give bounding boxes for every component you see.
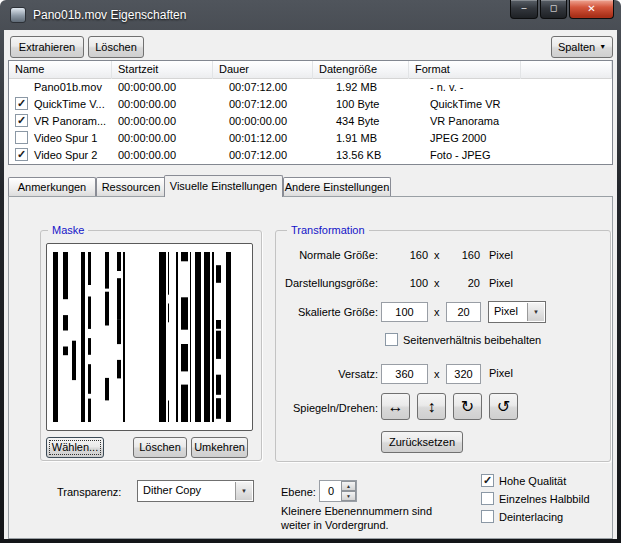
- track-format: QuickTime VR: [409, 96, 521, 113]
- dialog-body: Extrahieren Löschen Spalten▼ Name Startz…: [4, 30, 617, 539]
- track-duration: 00:00:00.00: [213, 113, 313, 130]
- mask-delete-button[interactable]: Löschen: [133, 437, 187, 458]
- track-checkbox[interactable]: ✓: [15, 148, 28, 161]
- column-header-dauer[interactable]: Dauer: [213, 61, 313, 79]
- track-size: 1.92 MB: [313, 79, 409, 96]
- track-format: - n. v. -: [409, 79, 521, 96]
- column-header-format[interactable]: Format: [409, 61, 521, 79]
- column-header-filler: [521, 61, 612, 79]
- layer-hint: Kleinere Ebenennummern sind weiter in Vo…: [281, 504, 449, 532]
- mask-invert-button[interactable]: Umkehren: [191, 437, 248, 458]
- mask-choose-button[interactable]: Wählen...: [46, 437, 104, 458]
- table-row[interactable]: Video Spur 1 00:00:00.00 00:01:12.00 1.9…: [9, 130, 612, 147]
- high-quality-label: Hohe Qualität: [499, 475, 566, 487]
- columns-button-label: Spalten: [558, 41, 595, 53]
- tab-visuelle-einstellungen[interactable]: Visuelle Einstellungen: [164, 175, 283, 197]
- track-size: 1.91 MB: [313, 130, 409, 147]
- transparency-select[interactable]: Dither Copy ▼: [137, 480, 254, 502]
- maximize-button[interactable]: ◻: [540, 0, 567, 19]
- table-row[interactable]: ✓VR Panoram... 00:00:00.00 00:00:00.00 4…: [9, 113, 612, 130]
- track-format: Foto - JPEG: [409, 147, 521, 164]
- offset-x-input[interactable]: [381, 364, 428, 384]
- columns-button[interactable]: Spalten▼: [551, 36, 613, 58]
- rotate-clockwise-icon: ↻: [461, 398, 474, 415]
- window-title: Pano01b.mov Eigenschaften: [33, 8, 186, 22]
- table-row[interactable]: Pano01b.mov 00:00:00.00 00:07:12.00 1.92…: [9, 79, 612, 96]
- track-name: VR Panoram...: [34, 115, 106, 127]
- layer-spinbox: ▲ ▼: [319, 480, 357, 502]
- scaled-size-label: Skalierte Größe:: [260, 306, 378, 318]
- scaled-width-input[interactable]: [381, 302, 428, 322]
- flip-vertical-button[interactable]: ↕: [417, 393, 446, 420]
- times-separator: x: [434, 277, 440, 289]
- scaled-unit-value: Pixel: [494, 305, 518, 317]
- scaled-height-input[interactable]: [446, 302, 481, 322]
- track-name: Video Spur 2: [34, 149, 97, 161]
- track-duration: 00:07:12.00: [213, 96, 313, 113]
- deinterlacing-checkbox[interactable]: [481, 510, 494, 523]
- display-size-width: 100: [396, 277, 428, 289]
- single-field-checkbox[interactable]: [481, 492, 494, 505]
- tab-anmerkungen[interactable]: Anmerkungen: [8, 177, 96, 196]
- rotate-clockwise-button[interactable]: ↻: [453, 393, 482, 420]
- minimize-button[interactable]: –: [510, 0, 538, 19]
- chevron-down-icon[interactable]: ▼: [235, 482, 252, 500]
- spin-up-button[interactable]: ▲: [341, 481, 356, 491]
- aspect-ratio-label: Seitenverhältnis beibehalten: [403, 334, 541, 346]
- track-duration: 00:07:12.00: [213, 79, 313, 96]
- chevron-down-icon[interactable]: ▼: [527, 303, 544, 321]
- spin-down-button[interactable]: ▼: [341, 491, 356, 501]
- flip-vertical-icon: ↕: [428, 398, 436, 415]
- transformation-group: [275, 230, 611, 462]
- extract-button[interactable]: Extrahieren: [10, 36, 84, 58]
- flip-horizontal-button[interactable]: ↔: [381, 393, 410, 420]
- track-name: QuickTime V...: [34, 98, 105, 110]
- track-start: 00:00:00.00: [112, 130, 213, 147]
- times-separator: x: [434, 368, 440, 380]
- deinterlacing-label: Deinterlacing: [499, 511, 563, 523]
- offset-label: Versatz:: [260, 368, 378, 380]
- mask-pattern-image: [47, 244, 252, 430]
- close-button[interactable]: ✕: [569, 0, 614, 19]
- track-checkbox[interactable]: [15, 131, 28, 144]
- mask-group-title: Maske: [48, 224, 88, 236]
- normal-size-width: 160: [396, 249, 428, 261]
- track-duration: 00:07:12.00: [213, 147, 313, 164]
- column-header-startzeit[interactable]: Startzeit: [112, 61, 213, 79]
- track-size: 13.56 KB: [313, 147, 409, 164]
- window: Pano01b.mov Eigenschaften – ◻ ✕ Extrahie…: [0, 0, 621, 543]
- mask-preview: [46, 243, 253, 431]
- track-format: VR Panorama: [409, 113, 521, 130]
- high-quality-checkbox[interactable]: ✓: [481, 474, 494, 487]
- tab-ressourcen[interactable]: Ressourcen: [96, 177, 166, 196]
- app-icon: [10, 7, 26, 23]
- times-separator: x: [434, 249, 440, 261]
- transparency-label: Transparenz:: [57, 486, 121, 498]
- track-checkbox[interactable]: ✓: [15, 114, 28, 127]
- rotate-counterclockwise-icon: ↺: [497, 398, 510, 415]
- display-size-label: Darstellungsgröße:: [260, 277, 378, 289]
- scaled-unit-select[interactable]: Pixel ▼: [488, 301, 546, 323]
- column-header-datengroesse[interactable]: Datengröße: [313, 61, 409, 79]
- display-size-height: 20: [448, 277, 480, 289]
- transformation-group-title: Transformation: [287, 224, 369, 236]
- table-row[interactable]: ✓Video Spur 2 00:00:00.00 00:07:12.00 13…: [9, 147, 612, 164]
- track-checkbox[interactable]: ✓: [15, 97, 28, 110]
- times-separator: x: [434, 306, 440, 318]
- reset-button[interactable]: Zurücksetzen: [381, 431, 463, 453]
- delete-track-button[interactable]: Löschen: [88, 36, 144, 58]
- table-row[interactable]: ✓QuickTime V... 00:00:00.00 00:07:12.00 …: [9, 96, 612, 113]
- flip-rotate-label: Spiegeln/Drehen:: [260, 402, 378, 414]
- tab-andere-einstellungen[interactable]: Andere Einstellungen: [283, 177, 391, 196]
- track-list-header: Name Startzeit Dauer Datengröße Format: [9, 61, 612, 79]
- track-duration: 00:01:12.00: [213, 130, 313, 147]
- column-header-name[interactable]: Name: [9, 61, 112, 79]
- normal-size-unit: Pixel: [489, 249, 513, 261]
- rotate-counterclockwise-button[interactable]: ↺: [489, 393, 518, 420]
- chevron-down-icon: ▼: [599, 43, 606, 50]
- track-list: Name Startzeit Dauer Datengröße Format P…: [8, 60, 613, 165]
- titlebar[interactable]: Pano01b.mov Eigenschaften – ◻ ✕: [0, 0, 621, 30]
- offset-y-input[interactable]: [446, 364, 481, 384]
- single-field-label: Einzelnes Halbbild: [499, 493, 590, 505]
- aspect-ratio-checkbox[interactable]: [385, 333, 398, 346]
